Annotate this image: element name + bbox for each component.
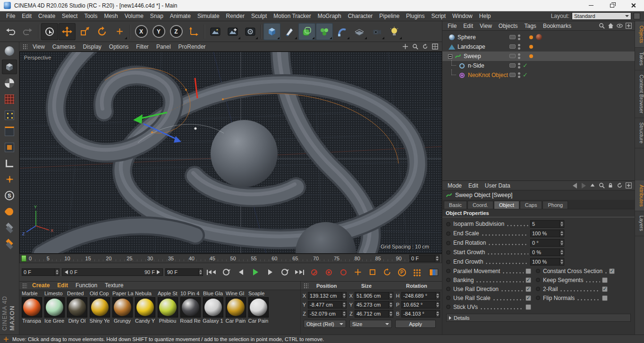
visibility-dots-icon[interactable] [518, 34, 520, 40]
menu-help[interactable]: Help [476, 11, 494, 21]
vp-menu-cameras[interactable]: Cameras [49, 42, 79, 51]
stepper-icon[interactable] [435, 310, 440, 317]
om-menu-file[interactable]: File [444, 21, 460, 31]
enabled-check-icon[interactable]: ✓ [523, 71, 528, 78]
stepper-icon[interactable] [435, 292, 440, 299]
add-spline-button[interactable] [281, 23, 298, 40]
key-position-toggle[interactable] [352, 266, 364, 278]
tab-caps[interactable]: Caps [520, 201, 542, 209]
live-selection-button[interactable] [41, 23, 58, 40]
last-tool-button[interactable] [111, 23, 128, 40]
material-label[interactable]: Wine Gl [224, 291, 247, 296]
object-row-neoknot[interactable]: NeoKnot Object ✓ [442, 70, 635, 80]
display-color-dot-icon[interactable] [529, 54, 533, 58]
ruler-frame-field[interactable]: 0 F [409, 255, 440, 262]
menu-character[interactable]: Character [345, 11, 376, 21]
key-parameter-toggle[interactable]: P [396, 266, 408, 278]
material-swatch[interactable]: Grungy [111, 297, 134, 324]
viewport-toggle-views-icon[interactable] [432, 43, 438, 50]
isoparm-subdivision-input[interactable]: 5 [530, 220, 564, 228]
workplane-mode-button[interactable] [2, 156, 17, 171]
texture-tag-icon[interactable] [536, 34, 542, 40]
menu-pipeline[interactable]: Pipeline [376, 11, 403, 21]
material-swatch[interactable]: Road Re [179, 297, 202, 324]
keyframe-dot-icon[interactable] [446, 269, 450, 273]
parallel-movement-checkbox[interactable] [525, 268, 531, 274]
position-z-field[interactable]: -52.079 cm [308, 310, 347, 317]
stepper-icon[interactable] [435, 301, 440, 308]
layer-box-icon[interactable] [509, 54, 516, 58]
center-sphere[interactable] [211, 120, 278, 187]
visibility-dots-icon[interactable] [518, 44, 520, 50]
stepper-icon[interactable] [389, 292, 393, 299]
menu-plugins[interactable]: Plugins [403, 11, 428, 21]
constant-cross-section-checkbox[interactable] [609, 268, 615, 274]
record-keyframe-button[interactable] [308, 266, 320, 278]
add-light-button[interactable] [386, 23, 403, 40]
vp-menu-display[interactable]: Display [79, 42, 105, 51]
make-editable-button[interactable] [2, 43, 17, 58]
end-frame-field[interactable]: 90 F [165, 268, 203, 276]
display-color-dot-icon[interactable] [529, 45, 533, 49]
stepper-icon[interactable] [342, 310, 346, 317]
lock-x-axis-button[interactable]: X [133, 23, 150, 40]
coordinate-system-button[interactable] [185, 23, 202, 40]
collapse-expander-icon[interactable] [448, 54, 452, 59]
home-icon[interactable] [607, 23, 614, 29]
next-frame-button[interactable] [264, 266, 276, 278]
stepper-icon[interactable] [559, 240, 564, 246]
material-swatch[interactable]: Car Pain [247, 297, 270, 324]
play-loop-button[interactable] [279, 266, 291, 278]
menu-motion-tracker[interactable]: Motion Tracker [270, 11, 314, 21]
keyframe-dot-icon[interactable] [446, 260, 450, 264]
search-icon[interactable] [598, 182, 605, 189]
material-swatch[interactable]: Shiny Ye [88, 297, 111, 324]
stepper-icon[interactable] [559, 258, 564, 265]
stick-uvs-checkbox[interactable] [525, 304, 531, 310]
material-swatch[interactable]: Phibiou [156, 297, 179, 324]
tab-object[interactable]: Object [494, 201, 519, 209]
om-menu-bookmarks[interactable]: Bookmarks [540, 21, 575, 31]
keyframe-dot-icon[interactable] [446, 250, 450, 255]
keyframe-dot-icon[interactable] [536, 296, 540, 300]
size-x-field[interactable]: 51.905 cm [355, 292, 393, 300]
stepper-icon[interactable] [342, 292, 346, 299]
stepper-icon[interactable] [559, 249, 564, 256]
vp-menu-prorender[interactable]: ProRender [175, 42, 210, 51]
material-swatch[interactable]: Dirty Ol [66, 297, 88, 324]
layout-dropdown[interactable]: Standard [572, 12, 631, 20]
tweak-paint-button[interactable] [2, 204, 17, 219]
material-label[interactable]: Dented [66, 291, 88, 296]
end-growth-input[interactable]: 100 % [530, 258, 564, 266]
menu-animate[interactable]: Animate [167, 11, 194, 21]
edges-mode-button[interactable] [2, 124, 17, 138]
tab-content-browser[interactable]: Content Browser [635, 70, 644, 118]
object-row-sweep[interactable]: Sweep [442, 51, 635, 61]
vp-menu-panel[interactable]: Panel [153, 42, 175, 51]
display-color-dot-icon[interactable] [529, 35, 533, 39]
om-menu-view[interactable]: View [476, 21, 495, 31]
menu-create[interactable]: Create [35, 11, 59, 21]
material-label[interactable]: Apple St [156, 291, 179, 296]
viewport-solo-button[interactable]: S [2, 188, 17, 203]
history-back-icon[interactable] [571, 182, 578, 189]
play-button[interactable] [249, 266, 262, 278]
keyframe-dot-icon[interactable] [446, 287, 450, 291]
tab-coord[interactable]: Coord. [467, 201, 493, 209]
current-frame-field[interactable]: 0 F [22, 268, 59, 276]
position-x-field[interactable]: 139.132 cm [308, 292, 347, 300]
vp-menu-options[interactable]: Options [105, 42, 132, 51]
use-rail-scale-checkbox[interactable] [525, 295, 531, 301]
undo-button[interactable] [2, 23, 19, 40]
menu-sculpt[interactable]: Sculpt [248, 11, 270, 21]
keyframe-dot-icon[interactable] [536, 278, 540, 282]
keep-segments-checkbox[interactable] [602, 277, 608, 283]
texture-mode-button[interactable] [2, 76, 17, 90]
am-menu-mode[interactable]: Mode [444, 181, 465, 190]
menu-render[interactable]: Render [223, 11, 248, 21]
vp-menu-view[interactable]: View [29, 42, 49, 51]
material-swatch[interactable]: Transpa [20, 297, 43, 324]
lock-y-axis-button[interactable]: Y [150, 23, 167, 40]
stepper-icon[interactable] [198, 269, 203, 275]
stepper-icon[interactable] [389, 301, 393, 308]
